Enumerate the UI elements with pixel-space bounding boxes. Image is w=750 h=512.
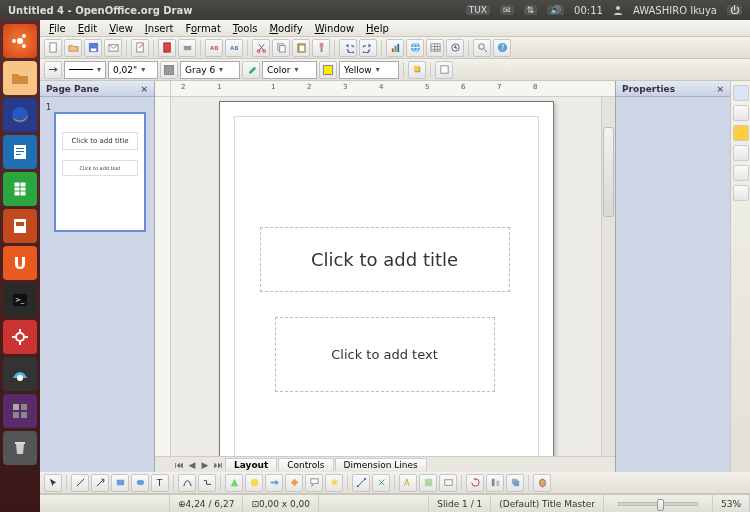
menu-format[interactable]: Format — [181, 22, 226, 35]
network-icon[interactable]: ⇅ — [524, 5, 538, 15]
title-placeholder[interactable]: Click to add title — [260, 227, 510, 292]
save-button[interactable] — [84, 39, 102, 57]
fill-style-combo[interactable]: Color — [262, 61, 317, 79]
writer-icon[interactable] — [3, 135, 37, 169]
chart-button[interactable] — [386, 39, 404, 57]
sidebar-properties-icon[interactable] — [733, 85, 749, 101]
from-file-tool[interactable] — [419, 474, 437, 492]
dash-home-icon[interactable] — [3, 24, 37, 58]
nautilus-icon[interactable] — [3, 61, 37, 95]
spellcheck-button[interactable]: ᴀʙ — [205, 39, 223, 57]
export-pdf-button[interactable] — [158, 39, 176, 57]
hyperlink-button[interactable] — [406, 39, 424, 57]
gallery-tool[interactable] — [439, 474, 457, 492]
print-button[interactable] — [178, 39, 196, 57]
zoom-button[interactable] — [473, 39, 491, 57]
block-arrows-tool[interactable] — [265, 474, 283, 492]
sidebar-gallery-icon[interactable] — [733, 125, 749, 141]
tab-prev-icon[interactable]: ◀ — [186, 460, 198, 470]
zoom-percent[interactable]: 53% — [713, 495, 750, 512]
basic-shapes-tool[interactable] — [225, 474, 243, 492]
horizontal-ruler[interactable]: 21 123 456 78 — [155, 81, 615, 97]
area-style-button[interactable] — [242, 61, 260, 79]
gluepoints-tool[interactable] — [372, 474, 390, 492]
menu-help[interactable]: Help — [361, 22, 394, 35]
tab-last-icon[interactable]: ⏭ — [212, 460, 224, 470]
menu-edit[interactable]: Edit — [73, 22, 102, 35]
sidebar-styles-icon[interactable] — [733, 105, 749, 121]
symbol-shapes-tool[interactable] — [245, 474, 263, 492]
flowchart-tool[interactable] — [285, 474, 303, 492]
sound-icon[interactable]: 🔊 — [547, 5, 564, 15]
rotate-tool[interactable] — [466, 474, 484, 492]
settings-icon[interactable] — [3, 320, 37, 354]
user-menu[interactable] — [613, 5, 623, 15]
cut-button[interactable] — [252, 39, 270, 57]
line-width-combo[interactable]: 0,02" — [108, 61, 158, 79]
tab-controls[interactable]: Controls — [278, 458, 333, 471]
align-tool[interactable] — [486, 474, 504, 492]
status-master[interactable]: (Default) Title Master — [491, 495, 604, 512]
open-button[interactable] — [64, 39, 82, 57]
tux-indicator[interactable]: TUX — [466, 5, 490, 15]
zoom-slider[interactable] — [604, 495, 713, 512]
points-tool[interactable] — [352, 474, 370, 492]
paste-button[interactable] — [292, 39, 310, 57]
username[interactable]: AWASHIRO Ikuya — [633, 5, 717, 16]
connector-tool[interactable] — [198, 474, 216, 492]
autospell-button[interactable]: ᴀʙ — [225, 39, 243, 57]
impress-icon[interactable] — [3, 209, 37, 243]
tab-first-icon[interactable]: ⏮ — [173, 460, 185, 470]
tab-layout[interactable]: Layout — [225, 458, 277, 471]
fill-color-button[interactable] — [319, 61, 337, 79]
tab-next-icon[interactable]: ▶ — [199, 460, 211, 470]
tab-dimension[interactable]: Dimension Lines — [335, 458, 427, 471]
menu-view[interactable]: View — [104, 22, 138, 35]
line-color-combo[interactable]: Gray 6 — [180, 61, 240, 79]
vertical-ruler[interactable] — [155, 97, 171, 456]
sidebar-master-icon[interactable] — [733, 185, 749, 201]
table-button[interactable] — [426, 39, 444, 57]
firefox-icon[interactable] — [3, 98, 37, 132]
vertical-scrollbar[interactable] — [601, 97, 615, 456]
menu-file[interactable]: File — [44, 22, 71, 35]
power-icon[interactable]: ⏻ — [727, 5, 742, 15]
sidebar-navigator-icon[interactable] — [733, 145, 749, 161]
ellipse-tool[interactable] — [131, 474, 149, 492]
copy-button[interactable] — [272, 39, 290, 57]
fontwork-tool[interactable]: A — [399, 474, 417, 492]
status-slide[interactable]: Slide 1 / 1 — [429, 495, 491, 512]
page[interactable]: Click to add title Click to add text — [219, 101, 554, 456]
curve-tool[interactable] — [178, 474, 196, 492]
arrow-tool[interactable] — [91, 474, 109, 492]
new-button[interactable] — [44, 39, 62, 57]
clock[interactable]: 00:11 — [574, 5, 603, 16]
redo-button[interactable] — [359, 39, 377, 57]
close-icon[interactable]: × — [140, 84, 148, 94]
workspace-switcher-icon[interactable] — [3, 394, 37, 428]
email-button[interactable] — [104, 39, 122, 57]
menu-tools[interactable]: Tools — [228, 22, 263, 35]
sidebar-effects-icon[interactable] — [733, 165, 749, 181]
slide-thumbnail-1[interactable]: Click to add title Click to add text — [54, 112, 146, 232]
line-color-button[interactable] — [160, 61, 178, 79]
terminal-icon[interactable]: >_ — [3, 283, 37, 317]
text-tool[interactable]: T — [151, 474, 169, 492]
navigator-button[interactable] — [446, 39, 464, 57]
trash-icon[interactable] — [3, 431, 37, 465]
shadow-button[interactable] — [408, 61, 426, 79]
styles-button[interactable] — [435, 61, 453, 79]
callout-tool[interactable] — [305, 474, 323, 492]
arrange-tool[interactable] — [506, 474, 524, 492]
line-style-combo[interactable] — [64, 61, 106, 79]
help-button[interactable]: ? — [493, 39, 511, 57]
select-tool[interactable] — [44, 474, 62, 492]
line-tool[interactable] — [71, 474, 89, 492]
menu-modify[interactable]: Modify — [264, 22, 307, 35]
text-placeholder[interactable]: Click to add text — [275, 317, 495, 392]
extrusion-tool[interactable] — [533, 474, 551, 492]
calc-icon[interactable] — [3, 172, 37, 206]
stars-tool[interactable] — [325, 474, 343, 492]
openoffice-icon[interactable] — [3, 357, 37, 391]
drawing-canvas[interactable]: Click to add title Click to add text — [171, 97, 601, 456]
